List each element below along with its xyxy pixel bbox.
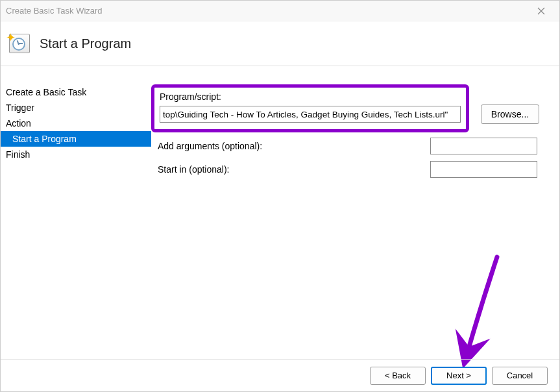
wizard-footer: < Back Next > Cancel [1, 359, 559, 391]
step-action[interactable]: Action [1, 116, 151, 131]
back-button[interactable]: < Back [370, 367, 426, 385]
page-title: Start a Program [40, 36, 131, 51]
program-script-highlight: Program/script: [151, 84, 469, 132]
close-button[interactable] [528, 2, 554, 20]
program-script-label: Program/script: [160, 92, 461, 102]
next-button[interactable]: Next > [431, 367, 487, 385]
step-start-a-program[interactable]: Start a Program [1, 131, 151, 147]
wizard-steps-sidebar: Create a Basic Task Trigger Action Start… [1, 66, 151, 359]
wizard-header: ✦ Start a Program [1, 21, 559, 66]
step-trigger[interactable]: Trigger [1, 100, 151, 116]
cancel-button[interactable]: Cancel [492, 367, 548, 385]
arguments-row: Add arguments (optional): [151, 138, 544, 154]
arguments-label: Add arguments (optional): [158, 141, 430, 151]
step-finish[interactable]: Finish [1, 147, 151, 162]
content-area: Create a Basic Task Trigger Action Start… [1, 66, 559, 359]
arguments-input[interactable] [430, 138, 537, 154]
title-bar: Create Basic Task Wizard [1, 1, 559, 21]
close-icon [537, 7, 545, 15]
wizard-clock-icon: ✦ [7, 32, 30, 55]
browse-button[interactable]: Browse... [481, 104, 539, 124]
main-panel: Program/script: Browse... Add arguments … [151, 66, 559, 359]
step-create-basic-task[interactable]: Create a Basic Task [1, 84, 151, 100]
startin-label: Start in (optional): [158, 164, 430, 175]
window-title: Create Basic Task Wizard [6, 6, 528, 16]
startin-input[interactable] [430, 161, 537, 178]
program-script-input[interactable] [160, 106, 461, 123]
startin-row: Start in (optional): [151, 161, 544, 178]
